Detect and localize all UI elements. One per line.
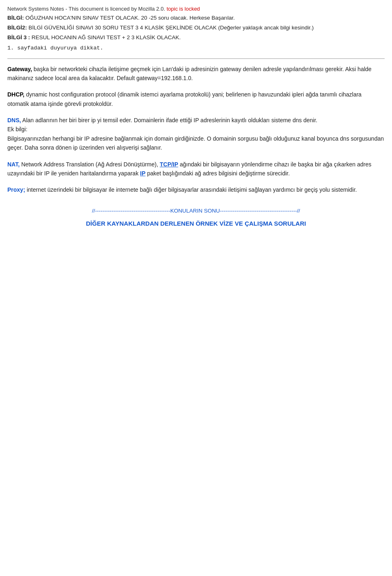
konularin-sonu: //--------------------------------------… bbox=[7, 207, 385, 215]
dns-term: DNS, bbox=[7, 117, 21, 123]
numbered-item-1: 1. sayfadaki duyuruya dikkat. bbox=[7, 44, 385, 52]
dns-section: DNS, Alan adlarının her biri birer ip yi… bbox=[7, 116, 385, 152]
dhcp-term: DHCP, bbox=[7, 91, 24, 98]
diger-kaynaklar: DİĞER KAYNAKLARDAN DERLENEN ÖRNEK VİZE V… bbox=[7, 219, 385, 229]
tcpip-term: TCP/IP bbox=[160, 161, 178, 168]
nat-section: NAT, Network Address Translation (Ağ Adr… bbox=[7, 160, 385, 178]
bilgi1-text: OĞUZHAN HOCA'NIN SINAV TEST OLACAK. 20 -… bbox=[25, 15, 235, 21]
proxy-section: Proxy; internet üzerindeki bir bilgisaya… bbox=[7, 185, 385, 194]
ip-term: IP bbox=[140, 170, 145, 177]
nat-text1: Network Address Translation (Ağ Adresi D… bbox=[20, 161, 158, 168]
document-title: Network Systems Notes bbox=[7, 6, 64, 12]
gateway-section: Gateway, başka bir networkteki cihazla i… bbox=[7, 65, 385, 83]
numbered-item-text: sayfadaki duyuruya dikkat. bbox=[17, 45, 103, 51]
dns-text1: Alan adlarının her biri birer ip yi tems… bbox=[21, 117, 317, 123]
bilgi2-text: BİLGİ GÜVENLİĞİ SINAVI 30 SORU TEST 3 4 … bbox=[29, 25, 314, 31]
dns-paragraph1: DNS, Alan adlarının her biri birer ip yi… bbox=[7, 116, 385, 125]
ek-bilgi-label: Ek bilgi: bbox=[7, 126, 27, 132]
bilgi2-label: BİLGİ2: bbox=[7, 25, 27, 31]
bilgi-2: BİLGİ2: BİLGİ GÜVENLİĞİ SINAVI 30 SORU T… bbox=[7, 24, 385, 32]
nat-text3: paket başlığındaki ağ adres bilgisini de… bbox=[147, 170, 290, 177]
document-subtitle: - This document is licenced by Mozilla 2… bbox=[65, 6, 165, 12]
proxy-term: Proxy; bbox=[7, 186, 25, 193]
bilgi1-label: BİLGİ: bbox=[7, 15, 24, 21]
bilgi-3: BİLGİ 3 : RESUL HOCANIN AĞ SINAVI TEST +… bbox=[7, 34, 385, 42]
bilgi-1: BİLGİ: OĞUZHAN HOCA'NIN SINAV TEST OLACA… bbox=[7, 14, 385, 22]
horizontal-divider bbox=[7, 58, 385, 59]
nat-term: NAT, bbox=[7, 161, 20, 168]
gateway-text: başka bir networkteki cihazla iletişime … bbox=[7, 66, 372, 81]
bilgi3-text: RESUL HOCANIN AĞ SINAVI TEST + 2 3 KLASİ… bbox=[31, 34, 180, 40]
dns-ek-bilgi: Ek bilgi: bbox=[7, 125, 385, 134]
bilgi3-label: BİLGİ 3 : bbox=[7, 34, 30, 40]
dns-text2: Bilgisayarınızdan herhangi bir IP adresi… bbox=[7, 135, 384, 151]
dhcp-section: DHCP, dynamic host configuration protoco… bbox=[7, 90, 385, 108]
gateway-term: Gateway, bbox=[7, 66, 32, 72]
proxy-text: internet üzerindeki bir bilgisayar ile i… bbox=[25, 186, 357, 193]
dhcp-text: dynamic host configuration protocol (din… bbox=[7, 91, 361, 107]
topic-status: topic is locked bbox=[167, 6, 200, 12]
title-bar: Network Systems Notes - This document is… bbox=[7, 5, 385, 13]
dns-paragraph2: Bilgisayarınızdan herhangi bir IP adresi… bbox=[7, 134, 385, 152]
number: 1. bbox=[7, 45, 14, 51]
